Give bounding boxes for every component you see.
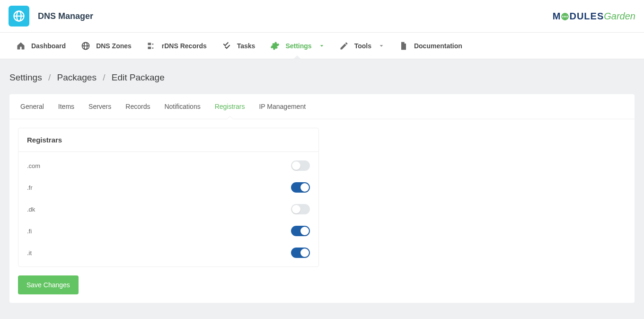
nav-tasks-label: Tasks — [237, 42, 256, 50]
nav-tools-label: Tools — [354, 42, 371, 50]
pencil-icon — [339, 41, 349, 51]
nav-settings[interactable]: Settings — [263, 34, 331, 58]
nav-tasks[interactable]: Tasks — [214, 34, 263, 58]
nav-dashboard[interactable]: Dashboard — [9, 34, 73, 58]
globe-icon — [12, 9, 26, 23]
brand-logo: MDULESGarden — [553, 11, 635, 22]
tab-items-label: Items — [58, 103, 74, 110]
breadcrumb-settings[interactable]: Settings — [9, 72, 42, 82]
nav-settings-label: Settings — [285, 42, 311, 50]
app-icon — [9, 6, 29, 27]
tab-general-label: General — [20, 103, 44, 110]
app-title: DNS Manager — [38, 11, 93, 21]
registrar-label: .fi — [27, 228, 32, 235]
panel-body: .com .fr .dk .fi — [18, 152, 318, 266]
breadcrumb-separator: / — [48, 72, 51, 82]
tab-notifications-label: Notifications — [164, 103, 200, 110]
records-icon — [147, 41, 156, 51]
registrar-row-fr: .fr — [18, 177, 318, 198]
registrar-row-it: .it — [18, 242, 318, 264]
logo-text-garden: Garden — [604, 11, 635, 21]
nav-documentation[interactable]: Documentation — [391, 34, 470, 58]
tabs: General Items Servers Records Notificati… — [9, 94, 635, 119]
logo-globe-icon — [561, 12, 569, 21]
nav-tools[interactable]: Tools — [332, 34, 391, 58]
nav-documentation-label: Documentation — [414, 42, 462, 50]
toggle-com[interactable] — [291, 160, 310, 171]
registrar-label: .fr — [27, 184, 33, 191]
registrar-label: .it — [27, 249, 32, 257]
home-icon — [16, 41, 26, 51]
nav-dns-zones[interactable]: DNS Zones — [73, 34, 139, 58]
header: DNS Manager MDULESGarden — [0, 0, 644, 33]
registrar-label: .dk — [27, 206, 35, 213]
breadcrumb: Settings / Packages / Edit Package — [9, 72, 635, 83]
save-button[interactable]: Save Changes — [18, 275, 79, 294]
toggle-fi[interactable] — [291, 226, 310, 236]
toggle-fr[interactable] — [291, 182, 310, 193]
registrar-row-com: .com — [18, 155, 318, 177]
tab-content: Registrars .com .fr .dk .fi — [9, 119, 635, 303]
chevron-down-icon — [319, 42, 324, 50]
nav-rdns-records[interactable]: rDNS Records — [139, 34, 214, 58]
tab-items[interactable]: Items — [51, 94, 81, 119]
tab-registrars[interactable]: Registrars — [208, 94, 252, 119]
tab-records-label: Records — [125, 103, 150, 110]
tab-general[interactable]: General — [13, 94, 51, 119]
header-left: DNS Manager — [9, 6, 93, 27]
breadcrumb-edit-package: Edit Package — [112, 72, 165, 82]
logo-text-m: M — [553, 11, 561, 21]
toggle-dk[interactable] — [291, 204, 310, 214]
nav-dashboard-label: Dashboard — [31, 42, 66, 50]
registrar-label: .com — [27, 162, 40, 169]
page-body: Settings / Packages / Edit Package Gener… — [0, 59, 644, 319]
breadcrumb-separator: / — [103, 72, 105, 82]
tasks-icon — [222, 41, 231, 51]
nav-rdns-records-label: rDNS Records — [162, 42, 207, 50]
logo-text-dules: DULES — [569, 11, 604, 21]
gear-icon — [270, 41, 280, 51]
main-card: General Items Servers Records Notificati… — [9, 94, 635, 303]
tab-servers[interactable]: Servers — [81, 94, 118, 119]
tab-servers-label: Servers — [88, 103, 111, 110]
main-nav: Dashboard DNS Zones rDNS Records Tasks S… — [0, 33, 644, 59]
toggle-it[interactable] — [291, 248, 310, 258]
globe-icon — [81, 41, 90, 51]
tab-registrars-label: Registrars — [215, 103, 245, 110]
registrars-panel: Registrars .com .fr .dk .fi — [18, 128, 319, 267]
doc-icon — [399, 41, 408, 51]
tab-notifications[interactable]: Notifications — [157, 94, 207, 119]
registrar-row-dk: .dk — [18, 198, 318, 220]
svg-point-10 — [562, 13, 569, 20]
tab-ip-management-label: IP Management — [259, 103, 306, 110]
chevron-down-icon — [379, 42, 384, 50]
registrar-row-fi: .fi — [18, 220, 318, 242]
panel-title: Registrars — [18, 128, 318, 152]
breadcrumb-packages[interactable]: Packages — [57, 72, 97, 82]
tab-records[interactable]: Records — [118, 94, 157, 119]
nav-dns-zones-label: DNS Zones — [96, 42, 132, 50]
tab-ip-management[interactable]: IP Management — [252, 94, 313, 119]
